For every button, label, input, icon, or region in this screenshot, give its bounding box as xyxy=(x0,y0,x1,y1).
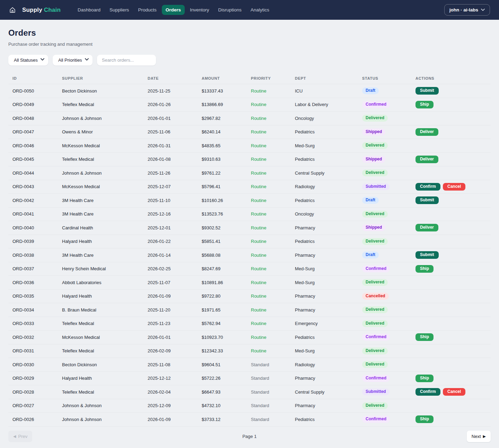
cancel-button[interactable]: Cancel xyxy=(443,388,465,396)
ship-button[interactable]: Ship xyxy=(415,333,434,341)
nav-item-analytics[interactable]: Analytics xyxy=(247,5,273,15)
order-priority: Standard xyxy=(251,417,295,422)
order-supplier: Cardinal Health xyxy=(62,225,148,230)
prev-label: Prev xyxy=(18,434,27,439)
user-menu[interactable]: john · ai-labs xyxy=(444,4,490,16)
order-dept: Pharmacy xyxy=(295,403,362,408)
priority-filter-select[interactable]: All Priorities xyxy=(53,55,93,65)
table-row: ORD-0026Johnson & Johnson2026-01-09$3733… xyxy=(8,413,491,427)
order-supplier: Henry Schein Medical xyxy=(62,266,148,271)
home-icon[interactable] xyxy=(9,7,16,14)
nav-item-disruptions[interactable]: Disruptions xyxy=(214,5,245,15)
order-date: 2025-11-20 xyxy=(148,307,202,313)
order-actions: Deliver xyxy=(415,224,487,231)
order-priority: Routine xyxy=(251,335,295,340)
order-actions: ConfirmCancel xyxy=(415,388,487,396)
ship-button[interactable]: Ship xyxy=(415,415,434,423)
submit-button[interactable]: Submit xyxy=(415,251,439,259)
order-id: ORD-0044 xyxy=(12,170,62,176)
order-priority: Routine xyxy=(251,211,295,217)
order-date: 2025-11-10 xyxy=(148,198,202,203)
ship-button[interactable]: Ship xyxy=(415,101,434,108)
ship-button[interactable]: Ship xyxy=(415,265,434,273)
order-date: 2025-12-12 xyxy=(148,376,202,381)
order-id: ORD-0033 xyxy=(12,321,62,326)
order-date: 2025-11-08 xyxy=(148,362,202,367)
table-row: ORD-0046McKesson Medical2026-01-31$4835.… xyxy=(8,139,491,153)
status-badge: Shipped xyxy=(362,224,385,231)
page-title: Orders xyxy=(8,28,491,38)
order-supplier: Teleflex Medical xyxy=(62,157,148,162)
order-supplier: Johnson & Johnson xyxy=(62,403,148,408)
table-row: ORD-0027Johnson & Johnson2025-12-09$4732… xyxy=(8,399,491,413)
status-badge: Shipped xyxy=(362,156,385,163)
prev-page-button[interactable]: ◀ Prev xyxy=(8,431,32,442)
order-date: 2026-01-09 xyxy=(148,293,202,299)
order-id: ORD-0037 xyxy=(12,266,62,271)
status-badge: Delivered xyxy=(362,320,388,327)
order-date: 2026-02-25 xyxy=(148,266,202,271)
deliver-button[interactable]: Deliver xyxy=(415,128,438,136)
next-page-button[interactable]: Next ▶ xyxy=(467,431,491,442)
order-dept: Pharmacy xyxy=(295,376,362,381)
nav-item-products[interactable]: Products xyxy=(134,5,160,15)
order-supplier: 3M Health Care xyxy=(62,198,148,203)
order-date: 2025-12-07 xyxy=(148,184,202,189)
order-actions: Ship xyxy=(415,415,487,423)
order-supplier: Halyard Health xyxy=(62,293,148,299)
order-dept: Central Supply xyxy=(295,389,362,395)
order-date: 2026-01-22 xyxy=(148,239,202,244)
status-badge: Delivered xyxy=(362,361,388,368)
order-actions: Submit xyxy=(415,196,487,204)
nav-item-orders[interactable]: Orders xyxy=(162,5,185,15)
table-row: ORD-0040Cardinal Health2025-12-01$9302.5… xyxy=(8,221,491,235)
order-dept: Radiology xyxy=(295,362,362,367)
status-badge: Delivered xyxy=(362,348,388,354)
submit-button[interactable]: Submit xyxy=(415,196,439,204)
order-supplier: Becton Dickinson xyxy=(62,88,148,94)
order-date: 2025-11-23 xyxy=(148,321,202,326)
order-date: 2026-01-01 xyxy=(148,116,202,121)
deliver-button[interactable]: Deliver xyxy=(415,224,438,231)
submit-button[interactable]: Submit xyxy=(415,87,439,95)
confirm-button[interactable]: Confirm xyxy=(415,183,440,191)
order-amount: $5796.41 xyxy=(202,184,251,189)
ship-button[interactable]: Ship xyxy=(415,375,434,382)
prev-icon: ◀ xyxy=(13,434,16,438)
brand-word-1: Supply xyxy=(22,7,42,13)
nav-item-inventory[interactable]: Inventory xyxy=(186,5,213,15)
order-supplier: McKesson Medical xyxy=(62,184,148,189)
order-supplier: McKesson Medical xyxy=(62,143,148,148)
order-date: 2026-01-09 xyxy=(148,417,202,422)
nav-item-suppliers[interactable]: Suppliers xyxy=(106,5,133,15)
order-amount: $1971.65 xyxy=(202,307,251,313)
status-badge: Confirmed xyxy=(362,334,390,341)
order-id: ORD-0042 xyxy=(12,198,62,203)
order-amount: $6647.93 xyxy=(202,389,251,395)
cancel-button[interactable]: Cancel xyxy=(443,183,465,191)
order-dept: Oncology xyxy=(295,116,362,121)
order-priority: Routine xyxy=(251,88,295,94)
confirm-button[interactable]: Confirm xyxy=(415,388,440,396)
order-date: 2025-12-01 xyxy=(148,225,202,230)
table-row: ORD-0033Teleflex Medical2025-11-23$5762.… xyxy=(8,317,491,331)
order-amount: $4835.65 xyxy=(202,143,251,148)
page-subtitle: Purchase order tracking and management xyxy=(8,42,491,47)
status-badge: Delivered xyxy=(362,211,388,218)
deliver-button[interactable]: Deliver xyxy=(415,156,438,163)
table-row: ORD-00413M Health Care2025-12-16$13523.7… xyxy=(8,208,491,221)
nav-item-dashboard[interactable]: Dashboard xyxy=(74,5,104,15)
status-badge: Confirmed xyxy=(362,101,390,108)
search-input[interactable] xyxy=(97,55,156,65)
status-filter-select[interactable]: All Statuses xyxy=(8,55,48,65)
order-amount: $5688.08 xyxy=(202,253,251,258)
status-badge: Delivered xyxy=(362,238,388,245)
order-id: ORD-0028 xyxy=(12,389,62,395)
order-amount: $10923.70 xyxy=(202,335,251,340)
order-id: ORD-0035 xyxy=(12,293,62,299)
order-dept: Pediatrics xyxy=(295,239,362,244)
order-id: ORD-0029 xyxy=(12,376,62,381)
order-amount: $12342.33 xyxy=(202,348,251,353)
status-badge: Delivered xyxy=(362,142,388,149)
filters-bar: All Statuses All Priorities xyxy=(8,55,491,65)
